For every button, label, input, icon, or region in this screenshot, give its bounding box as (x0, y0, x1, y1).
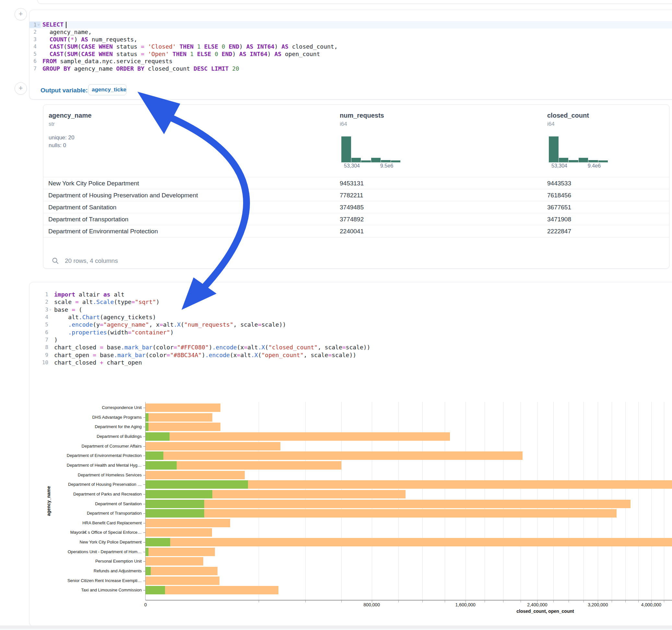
line-number-gutter: 6˅ (29, 329, 52, 335)
table-cell[interactable]: Department of Sanitation (44, 204, 337, 211)
chart-category-label: Department of Consumer Affairs (44, 444, 142, 449)
chart-category-label: Department of Homeless Services (44, 472, 142, 478)
histogram-bar (381, 160, 391, 162)
output-variable-input[interactable]: agency_tickets (88, 84, 126, 95)
chart-x-axis-title: closed_count, open_count (517, 609, 574, 614)
chart-category-label: Department of Sanitation (44, 501, 142, 507)
code-line[interactable]: 5˅ CAST(SUM(CASE WHEN status = 'Open' TH… (29, 50, 672, 58)
chart-bar-open_count (146, 548, 148, 556)
code-line[interactable]: 2˅ agency_name, (29, 28, 672, 36)
code-line[interactable]: 4˅ alt.Chart(agency_tickets) (29, 313, 672, 321)
chart-bar-closed_count (146, 404, 220, 412)
code-line[interactable]: 5˅ .encode(y="agency_name", x=alt.X("num… (29, 321, 672, 328)
histogram-min-label: 53,304 (551, 163, 567, 169)
search-icon[interactable] (52, 257, 59, 264)
chart-y-axis-line (145, 402, 146, 600)
code-text: alt.Chart(agency_tickets) (54, 314, 156, 320)
chart-axis-tick (521, 600, 521, 602)
table-cell[interactable]: 2222847 (545, 228, 669, 235)
table-cell[interactable]: 3677651 (545, 204, 669, 211)
code-text: chart_closed + chart_open (54, 359, 142, 366)
code-text: import altair as alt (54, 291, 124, 298)
code-line[interactable]: 6˅ .properties(width="container") (29, 328, 672, 336)
table-cell[interactable]: Department of Transportation (44, 216, 337, 223)
table-cell[interactable]: 9453131 (337, 180, 545, 187)
column-header-num-requests[interactable]: num_requests i64 53,304 9.5e6 (337, 105, 545, 177)
chart-bar-open_count (146, 567, 151, 575)
chart-category-label: Personal Exemption Unit (44, 559, 142, 564)
line-number-gutter: 3˅ (29, 36, 41, 43)
code-line[interactable]: 7˅GROUP BY agency_name ORDER BY closed_c… (29, 65, 672, 72)
line-number-gutter: 5˅ (29, 321, 52, 328)
table-cell[interactable]: Department of Environmental Protection (44, 228, 337, 235)
table-cell[interactable]: 7782211 (337, 192, 545, 199)
histogram-bar (361, 161, 371, 162)
code-line[interactable]: 3˅base = ( (29, 306, 672, 313)
chart-bar-closed_count (146, 538, 672, 547)
notebook-page: + + 1˅SELECT2˅ agency_name,3˅ COUNT(*) A… (0, 0, 672, 630)
chart-bar-closed_count (146, 413, 212, 421)
column-histogram (341, 137, 400, 162)
code-line[interactable]: 8˅chart_closed = base.mark_bar(color="#F… (29, 343, 672, 351)
line-number-gutter: 9˅ (29, 352, 52, 358)
code-text: COUNT(*) AS num_requests, (43, 36, 138, 43)
chart-axis-tick (341, 600, 342, 602)
line-number-gutter: 10˅ (29, 359, 52, 366)
column-header-closed-count[interactable]: closed_count i64 53,304 9.4e6 (545, 105, 669, 177)
code-line[interactable]: 6˅FROM sample_data.nyc.service_requests (29, 58, 672, 65)
text-caret (66, 22, 67, 28)
histogram-bar (549, 137, 558, 162)
line-number-gutter: 7˅ (29, 66, 41, 72)
sql-code-editor[interactable]: 1˅SELECT2˅ agency_name,3˅ COUNT(*) AS nu… (29, 21, 672, 72)
table-row[interactable]: Department of Sanitation37494853677651 (44, 201, 669, 213)
code-line[interactable]: 7˅) (29, 336, 672, 343)
chart-axis-tick (583, 600, 584, 602)
code-text: CAST(SUM(CASE WHEN status = 'Closed' THE… (43, 43, 338, 50)
chart-category-label: Department of Buildings (44, 434, 142, 439)
column-header-agency-name[interactable]: agency_name str unique: 20 nulls: 0 (44, 105, 337, 177)
table-cell[interactable]: Department of Housing Preservation and D… (44, 192, 337, 199)
chart-bar-closed_count (146, 432, 450, 441)
table-row[interactable]: Department of Environmental Protection22… (44, 225, 669, 238)
table-cell[interactable]: 9443533 (545, 180, 669, 187)
code-line[interactable]: 2˅scale = alt.Scale(type="sqrt") (29, 298, 672, 306)
chart-category-label: Mayorâ€ s Office of Special Enforce… (44, 530, 142, 535)
chart-axis-tick (485, 600, 485, 602)
table-cell[interactable]: 2240041 (337, 228, 545, 235)
fold-chevron-icon[interactable]: ˅ (37, 23, 41, 27)
table-cell[interactable]: 3749485 (337, 204, 545, 211)
code-line[interactable]: 3˅ COUNT(*) AS num_requests, (29, 35, 672, 43)
code-line[interactable]: 10˅chart_closed + chart_open (29, 359, 672, 366)
chart-x-tick-label: 4,000,000 (641, 602, 661, 607)
previous-cell-edge (37, 0, 672, 4)
column-name: closed_count (547, 112, 669, 119)
table-cell[interactable]: 3471908 (545, 216, 669, 223)
chart-category-label: Department of Parks and Recreation (44, 492, 142, 497)
table-cell[interactable]: 3774892 (337, 216, 545, 223)
add-cell-button-middle[interactable]: + (15, 82, 27, 95)
line-number-gutter: 1˅ (29, 22, 41, 28)
line-number-gutter: 6˅ (29, 58, 41, 64)
chart-axis-tick (569, 600, 569, 602)
table-row[interactable]: Department of Housing Preservation and D… (44, 189, 669, 201)
chart-bar-closed_count (146, 577, 219, 585)
chart-bar-closed_count (146, 519, 230, 527)
chart-bar-closed_count (146, 452, 523, 460)
code-line[interactable]: 9˅chart_open = base.mark_bar(color="#8BC… (29, 351, 672, 358)
table-cell[interactable]: New York City Police Department (44, 180, 337, 187)
table-row[interactable]: New York City Police Department945313194… (44, 177, 669, 189)
table-row[interactable]: Department of Transportation377489234719… (44, 213, 669, 225)
code-text: ) (54, 336, 58, 343)
chart-category-label: Refunds and Adjustments (44, 568, 142, 574)
code-line[interactable]: 1˅import altair as alt (29, 291, 672, 298)
python-code-editor[interactable]: 1˅import altair as alt2˅scale = alt.Scal… (29, 291, 672, 366)
chart-category-label: DHS Advantage Programs (44, 415, 142, 420)
code-line[interactable]: 4˅ CAST(SUM(CASE WHEN status = 'Closed' … (29, 43, 672, 51)
histogram-bar (371, 158, 381, 162)
chart-category-label: Department of Transportation (44, 511, 142, 516)
code-line[interactable]: 1˅SELECT (29, 21, 672, 28)
chart-axis-tick (445, 600, 445, 602)
add-cell-button-top[interactable]: + (15, 8, 27, 20)
table-cell[interactable]: 7618456 (545, 192, 669, 199)
fold-chevron-icon[interactable]: ˅ (48, 308, 52, 312)
